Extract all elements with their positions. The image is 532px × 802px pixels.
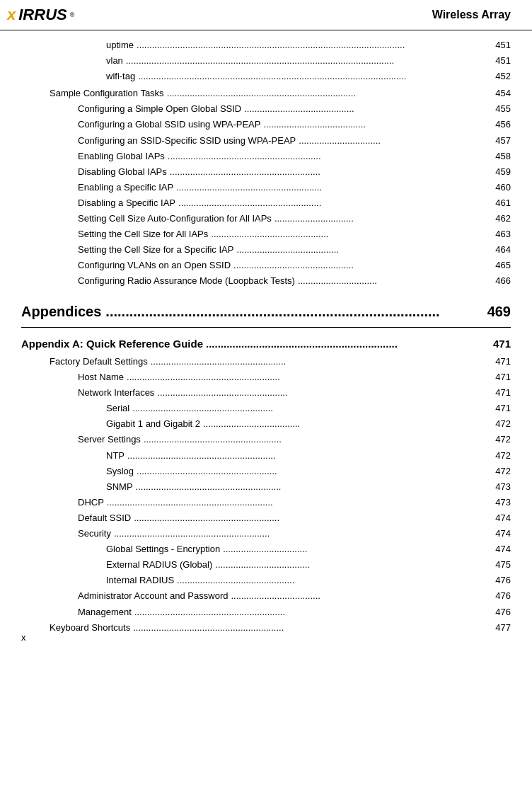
toc-num: 454 — [490, 86, 511, 101]
toc-num: 474 — [490, 542, 511, 557]
toc-label: Default SSID — [78, 510, 131, 526]
toc-num: 452 — [490, 69, 511, 84]
toc-num: 451 — [490, 53, 511, 69]
toc-dots: ........................................ — [263, 117, 487, 132]
appendices-dots: ........................................… — [105, 304, 482, 320]
section-divider — [21, 327, 511, 328]
toc-dots: ........................................… — [133, 620, 487, 636]
toc-dots: ........................................… — [137, 464, 487, 479]
toc-entry: Default SSID ...........................… — [21, 510, 511, 526]
toc-label: Configuring an SSID-Specific SSID using … — [78, 133, 296, 149]
toc-label: SNMP — [106, 479, 133, 495]
toc-label: Serial — [106, 401, 129, 416]
toc-dots: ........................................… — [151, 354, 487, 370]
appendix-a-items: Factory Default Settings ...............… — [21, 354, 511, 636]
toc-dots: ........................................… — [126, 53, 487, 69]
toc-dots: ........................................… — [176, 180, 487, 195]
toc-num: 471 — [490, 354, 511, 370]
toc-label: Syslog — [106, 464, 134, 479]
toc-num: 471 — [490, 401, 511, 416]
toc-dots: ............................... — [298, 273, 487, 289]
toc-label: Configuring Radio Assurance Mode (Loopba… — [78, 273, 295, 289]
toc-label: Configuring a Simple Open Global SSID — [78, 101, 241, 117]
toc-label: Factory Default Settings — [50, 354, 148, 370]
toc-num: 462 — [490, 211, 511, 227]
toc-num: 472 — [490, 464, 511, 479]
toc-label: Security — [78, 526, 111, 542]
toc-num: 457 — [490, 133, 511, 149]
toc-num: 459 — [490, 164, 511, 180]
appendices-num: 469 — [487, 304, 511, 320]
page-footer: x — [21, 632, 26, 643]
footer-page-label: x — [21, 632, 26, 643]
toc-dots: ........................................… — [170, 164, 487, 180]
toc-entry: Administrator Account and Password .....… — [21, 588, 511, 604]
toc-label: Setting Cell Size Auto-Configuration for… — [78, 211, 272, 227]
toc-label: Enabling a Specific IAP — [78, 180, 173, 195]
toc-num: 477 — [490, 620, 511, 636]
toc-dots: ........................................… — [137, 38, 487, 53]
toc-dots: ........................................… — [211, 227, 487, 242]
toc-entry: Disabling Global IAPs ..................… — [21, 164, 511, 180]
toc-entry: Internal RADIUS ........................… — [21, 573, 511, 588]
toc-entry-uptime: uptime .................................… — [21, 38, 511, 53]
toc-dots: ........................................… — [107, 495, 487, 510]
toc-entry: Factory Default Settings ...............… — [21, 354, 511, 370]
toc-dots: ............................... — [274, 211, 487, 227]
toc-entry: External RADIUS (Global) ...............… — [21, 557, 511, 573]
toc-num: 471 — [490, 370, 511, 385]
page: xIRRUS® Wireless Array uptime ..........… — [0, 0, 532, 650]
toc-entry: Setting Cell Size Auto-Configuration for… — [21, 211, 511, 227]
toc-entry: Syslog .................................… — [21, 464, 511, 479]
appendices-heading: Appendices .............................… — [21, 304, 511, 320]
toc-num: 476 — [490, 573, 511, 588]
toc-label: Sample Configuration Tasks — [50, 86, 164, 101]
toc-dots: ................................ — [299, 133, 487, 149]
toc-entry: DHCP ...................................… — [21, 495, 511, 510]
appendix-a-dots: ........................................… — [206, 335, 490, 353]
toc-dots: ........................................… — [114, 526, 487, 542]
toc-entry-sample-config: Sample Configuration Tasks .............… — [21, 86, 511, 101]
toc-num: 476 — [490, 605, 511, 620]
toc-num: 475 — [490, 557, 511, 573]
toc-entry: NTP ....................................… — [21, 448, 511, 464]
toc-dots: ........................................… — [144, 432, 487, 447]
toc-label: Keyboard Shortcuts — [50, 620, 130, 636]
toc-num: 474 — [490, 526, 511, 542]
toc-dots: ................................. — [223, 542, 487, 557]
logo-x-letter: x — [7, 6, 16, 24]
toc-dots: ........................................… — [136, 479, 487, 495]
toc-entry: Security ...............................… — [21, 526, 511, 542]
toc-label: vlan — [106, 53, 123, 69]
toc-num: 474 — [490, 510, 511, 526]
toc-label: Configuring a Global SSID using WPA-PEAP — [78, 117, 260, 132]
toc-dots: ........................................ — [236, 242, 487, 258]
toc-dots: ........................................… — [157, 385, 487, 401]
toc-dots: ................................... — [231, 588, 487, 604]
toc-num: 473 — [490, 495, 511, 510]
toc-label: Administrator Account and Password — [78, 588, 228, 604]
toc-dots: ........................................… — [127, 448, 487, 464]
toc-dots: ........................................… — [233, 258, 487, 273]
toc-dots: ...................................... — [203, 416, 487, 432]
toc-dots: ........................................… — [132, 401, 487, 416]
toc-dots: ........................................… — [134, 605, 487, 620]
toc-entry: Host Name ..............................… — [21, 370, 511, 385]
toc-label: Setting the Cell Size for a Specific IAP — [78, 242, 233, 258]
toc-dots: ........................................… — [127, 370, 487, 385]
toc-num: 456 — [490, 117, 511, 132]
toc-num: 466 — [490, 273, 511, 289]
toc-label: Internal RADIUS — [106, 573, 174, 588]
toc-num: 471 — [490, 385, 511, 401]
toc-entry: SNMP ...................................… — [21, 479, 511, 495]
toc-num: 465 — [490, 258, 511, 273]
toc-num: 463 — [490, 227, 511, 242]
toc-entry: Keyboard Shortcuts .....................… — [21, 620, 511, 636]
appendix-a-label: Appendix A: Quick Reference Guide — [21, 335, 203, 353]
toc-dots: ........................................… — [138, 69, 487, 84]
logo: xIRRUS® — [7, 6, 74, 24]
toc-dots: ........................................… — [134, 510, 487, 526]
page-title: Wireless Array — [432, 8, 511, 21]
toc-content: uptime .................................… — [0, 30, 532, 650]
toc-entry-vlan: vlan ...................................… — [21, 53, 511, 69]
